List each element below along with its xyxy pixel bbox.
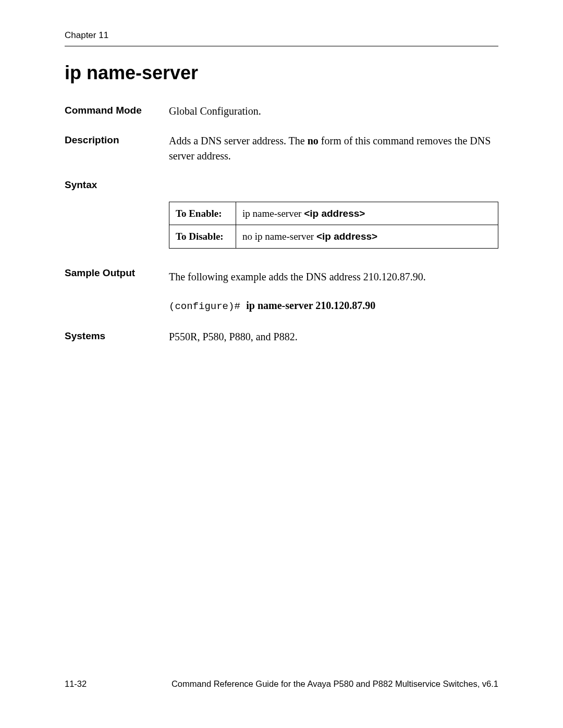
- page-title: ip name-server: [65, 62, 498, 84]
- sample-prompt: (configure)#: [169, 301, 246, 312]
- table-row: To Enable: ip name-server <ip address>: [169, 202, 498, 225]
- row-sample-output: Sample Output The following example adds…: [65, 266, 498, 314]
- row-syntax-table: To Enable: ip name-server <ip address> T…: [65, 200, 498, 249]
- value-sample-output: The following example adds the DNS addre…: [169, 269, 498, 314]
- label-syntax: Syntax: [65, 178, 169, 192]
- sample-intro: The following example adds the DNS addre…: [169, 269, 498, 285]
- row-command-mode: Command Mode Global Configuration.: [65, 104, 498, 119]
- syntax-table-wrap: To Enable: ip name-server <ip address> T…: [169, 200, 498, 249]
- sample-command: ip name-server 210.120.87.90: [246, 300, 375, 311]
- desc-no-word: no: [308, 135, 319, 146]
- syntax-cmd-disable-prefix: no ip name-server: [242, 231, 316, 242]
- value-command-mode: Global Configuration.: [169, 104, 498, 119]
- header-rule: [65, 46, 498, 46]
- value-systems: P550R, P580, P880, and P882.: [169, 329, 498, 344]
- label-description: Description: [65, 133, 169, 147]
- syntax-cmd-enable: ip name-server <ip address>: [236, 202, 498, 225]
- syntax-table: To Enable: ip name-server <ip address> T…: [169, 202, 498, 249]
- row-systems: Systems P550R, P580, P880, and P882.: [65, 329, 498, 344]
- sample-code-line: (configure)# ip name-server 210.120.87.9…: [169, 298, 498, 314]
- syntax-head-disable: To Disable:: [169, 225, 236, 249]
- footer-page-number: 11-32: [65, 679, 87, 689]
- label-command-mode: Command Mode: [65, 104, 169, 118]
- syntax-cmd-enable-bold: <ip address>: [304, 208, 365, 219]
- row-description: Description Adds a DNS server address. T…: [65, 133, 498, 164]
- syntax-head-enable: To Enable:: [169, 202, 236, 225]
- page-body: Chapter 11 ip name-server Command Mode G…: [65, 30, 498, 359]
- syntax-cmd-disable-bold: <ip address>: [316, 231, 377, 242]
- row-syntax: Syntax: [65, 178, 498, 192]
- label-systems: Systems: [65, 329, 169, 343]
- footer-doc-title: Command Reference Guide for the Avaya P5…: [172, 679, 498, 689]
- page-footer: 11-32 Command Reference Guide for the Av…: [65, 679, 498, 689]
- label-sample-output: Sample Output: [65, 266, 169, 280]
- table-row: To Disable: no ip name-server <ip addres…: [169, 225, 498, 249]
- desc-prefix: Adds a DNS server address. The: [169, 135, 308, 146]
- syntax-cmd-disable: no ip name-server <ip address>: [236, 225, 498, 249]
- syntax-cmd-enable-prefix: ip name-server: [242, 208, 304, 219]
- value-description: Adds a DNS server address. The no form o…: [169, 133, 498, 164]
- chapter-label: Chapter 11: [65, 30, 498, 41]
